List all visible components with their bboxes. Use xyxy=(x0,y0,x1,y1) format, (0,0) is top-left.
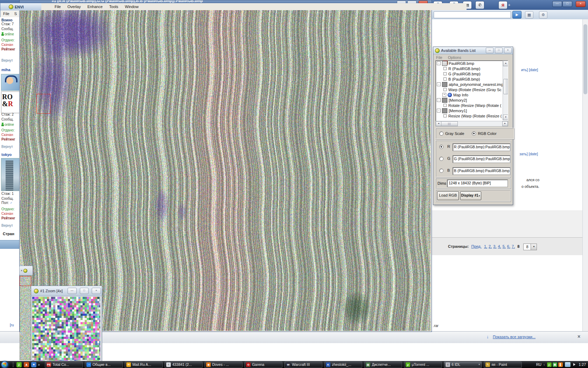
quick-launch-overflow-icon[interactable]: » xyxy=(38,362,40,367)
channel-b-radio[interactable] xyxy=(439,169,443,173)
bands-minimize-button[interactable]: — xyxy=(486,48,493,53)
channel-b-field[interactable]: B (PauliRGB.bmp):PauliRGB.bmp xyxy=(453,167,510,175)
menu-file[interactable]: File xyxy=(55,5,61,9)
scroll-image-strip[interactable] xyxy=(20,275,31,360)
channel-g-radio[interactable] xyxy=(439,157,443,161)
band-checkbox[interactable] xyxy=(443,88,447,91)
band-checkbox[interactable] xyxy=(443,114,447,117)
browser-close-button[interactable]: × xyxy=(576,1,586,7)
band-checkbox[interactable] xyxy=(443,104,447,107)
browser-maximize-button[interactable]: □ xyxy=(562,1,572,7)
tree-scroll-thumb[interactable] xyxy=(503,79,508,94)
post-fragment-1[interactable]: ить] [date] xyxy=(521,68,538,72)
tree-item[interactable]: R (PauliRGB.bmp) xyxy=(436,66,508,71)
tree-expander-icon[interactable]: - xyxy=(437,82,441,86)
display-window-titlebar[interactable]: #1 (R:R (PauliRGB.bmp),G:G (PauliRGB.bmp… xyxy=(20,0,432,3)
zoom-close-button[interactable]: × xyxy=(92,288,101,294)
page-select-dropdown-icon[interactable]: ▼ xyxy=(531,244,537,250)
scroll-right-icon[interactable]: ► xyxy=(502,121,508,126)
download-tray-icon[interactable]: ❚ xyxy=(558,362,563,367)
agent-icon[interactable]: ● xyxy=(31,362,36,367)
tree-expander-icon[interactable]: - xyxy=(437,98,441,102)
start-button[interactable] xyxy=(1,361,8,368)
scroll-window-chip[interactable]: × xyxy=(19,266,33,275)
taskbar-button-mail-ru-a-[interactable]: ✉Mail.Ru A... xyxy=(125,361,163,368)
tree-item[interactable]: -PauliRGB.bmp xyxy=(436,61,508,66)
load-rgb-button[interactable]: Load RGB xyxy=(437,191,459,200)
taskbar-button--[interactable]: ▦Диспетче... xyxy=(364,361,402,368)
downloads-bar-close-icon[interactable]: × xyxy=(578,334,580,339)
tools-wrench-icon[interactable]: ⚙ xyxy=(539,11,547,19)
page-action-icon[interactable]: ▦ xyxy=(525,11,533,19)
utorrent-icon[interactable]: µ xyxy=(16,362,22,367)
back-to-top-link[interactable]: Вернут xyxy=(1,145,13,149)
taskbar-button-doves-[interactable]: ◉Doves - ... xyxy=(204,361,243,368)
scroll-up-icon[interactable]: ▲ xyxy=(503,61,508,66)
page-link-4[interactable]: 4, xyxy=(498,244,501,248)
envi-menu-s[interactable]: S xyxy=(14,12,17,16)
zoom-window-titlebar[interactable]: #1 Zoom [4x] — □ × xyxy=(31,286,102,296)
scroll-down-icon[interactable]: ▼ xyxy=(503,115,508,120)
menu-window[interactable]: Window xyxy=(125,5,139,9)
back-to-top-link[interactable]: Вернут xyxy=(1,59,13,62)
browser-minimize-button[interactable]: — xyxy=(552,1,562,7)
dims-field[interactable]: 1248 x 18432 (Byte) [BIP] xyxy=(447,179,508,187)
sar-image-display[interactable] xyxy=(20,10,430,331)
tree-item[interactable]: Warp (Rotate (Resize (Gray Sc xyxy=(436,87,508,92)
tree-item[interactable]: B (PauliRGB.bmp) xyxy=(436,76,508,82)
page-link-7[interactable]: 7, xyxy=(512,244,515,248)
envi-main-titlebar[interactable]: ENVI xyxy=(0,3,42,11)
bands-menu-file[interactable]: File xyxy=(436,55,442,60)
address-input[interactable] xyxy=(434,11,511,18)
zoom-indicator-box[interactable] xyxy=(36,94,50,114)
tree-item[interactable]: -alpha_polynominal_nearest.img xyxy=(436,82,508,87)
scrollbar-thumb[interactable] xyxy=(583,24,587,94)
tree-item[interactable]: -[Memory2] xyxy=(436,97,508,103)
channel-r-radio[interactable] xyxy=(439,145,443,149)
flame-icon[interactable]: ▲ xyxy=(24,362,29,367)
go-button[interactable]: ▶ xyxy=(512,11,522,19)
page-link-3[interactable]: 3, xyxy=(493,244,496,248)
zoom-maximize-button[interactable]: □ xyxy=(80,288,89,294)
rgb-color-radio[interactable] xyxy=(472,131,476,136)
tree-item[interactable]: +Map Info xyxy=(436,92,508,97)
bands-maximize-button[interactable]: □ xyxy=(495,48,503,53)
menu-overlay[interactable]: Overlay xyxy=(68,5,81,9)
channel-r-field[interactable]: R (PauliRGB.bmp):PauliRGB.bmp xyxy=(453,143,510,151)
tree-item[interactable]: Rotate (Resize (Warp (Rotate ( xyxy=(436,103,508,108)
page-link-5[interactable]: 5, xyxy=(503,244,506,248)
post-fragment-3[interactable]: зать] [date] xyxy=(519,152,538,156)
utorrent-tray-icon[interactable]: µ xyxy=(547,362,552,367)
tree-expander-icon[interactable]: + xyxy=(442,93,446,97)
channel-g-field[interactable]: G (PauliRGB.bmp):PauliRGB.bmp xyxy=(453,155,510,163)
browser-scrollbar[interactable] xyxy=(582,19,588,331)
agent-tray-icon[interactable]: ▣ xyxy=(553,362,557,367)
band-checkbox[interactable] xyxy=(443,77,447,81)
network-icon[interactable] xyxy=(565,362,570,367)
scroll-close-icon[interactable]: × xyxy=(21,269,22,272)
taskbar-button--[interactable]: ◔Общие в... xyxy=(85,361,123,368)
taskbar-button-warcraft-iii[interactable]: WWarcraft III xyxy=(284,361,322,368)
taskbar-button-total-co-[interactable]: PETotal Co... xyxy=(45,361,83,368)
tree-hscroll-thumb[interactable]: ||| xyxy=(441,121,458,126)
tree-item[interactable]: -[Memory1] xyxy=(436,108,508,113)
phone-icon[interactable]: ✆ xyxy=(475,1,484,9)
pages-prev-link[interactable]: Пред. xyxy=(471,244,481,248)
bands-menu-options[interactable]: Options xyxy=(448,55,461,60)
menu-tools[interactable]: Tools xyxy=(109,5,118,9)
zoom-minimize-button[interactable]: — xyxy=(68,288,77,294)
band-checkbox[interactable] xyxy=(443,72,447,75)
tree-item[interactable]: G (PauliRGB.bmp) xyxy=(436,71,508,76)
taskbar-button-6-idl[interactable]: I6 IDL▼ xyxy=(444,361,482,368)
menu-enhance[interactable]: Enhance xyxy=(88,5,103,9)
taskbar-button--torrent-[interactable]: µµTorrent ... xyxy=(404,361,442,368)
tree-expander-icon[interactable]: - xyxy=(437,109,441,113)
back-to-top-link[interactable]: Вернут xyxy=(1,224,13,227)
taskbar-button-garena[interactable]: GGarena xyxy=(244,361,282,368)
scroll-left-icon[interactable]: ◄ xyxy=(436,121,441,126)
display-select-button[interactable]: Display #1▼ xyxy=(460,191,481,200)
taskbar-button-zhestokii-[interactable]: Kzhestokii_... xyxy=(324,361,362,368)
page-link-1[interactable]: 1, xyxy=(484,244,487,248)
tree-item[interactable]: Resize (Warp (Rotate (Resize ( xyxy=(436,113,508,118)
taskbar-button-433841-2-[interactable]: ≡433841 (2... xyxy=(164,361,203,368)
